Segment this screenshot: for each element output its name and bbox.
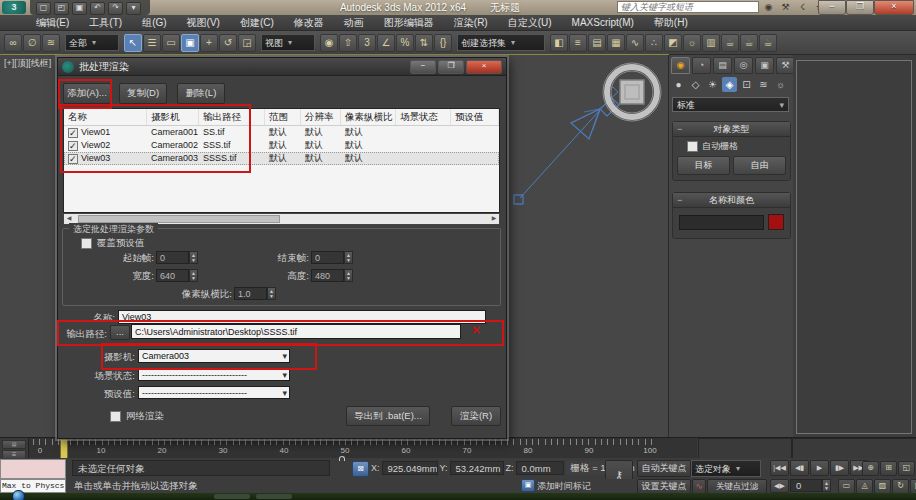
toolbar-icon[interactable]: ↺ (219, 34, 237, 52)
key-filters-button[interactable]: 关键点过滤器... (707, 479, 767, 494)
object-color-swatch[interactable] (768, 214, 784, 230)
menu-item[interactable]: 修改器 (284, 15, 334, 31)
set-key-button[interactable]: 设置关键点 (637, 479, 691, 494)
nav-icon[interactable]: ◬ (856, 479, 873, 494)
nav-icon[interactable]: ◱ (898, 461, 915, 476)
qat-icon[interactable]: ↶ (90, 2, 105, 15)
pixel-aspect-spinner[interactable] (267, 287, 276, 300)
nav-icon[interactable]: ⊕ (862, 461, 879, 476)
toolbar-icon[interactable]: ⇅ (415, 34, 433, 52)
open-mini-curve-editor-icon[interactable]: ▤ (2, 440, 26, 449)
toolbar-icon[interactable]: ∿ (626, 34, 644, 52)
table-row[interactable]: View03 Camera003 SSSS.tif 默认 默认 默认 (64, 152, 499, 165)
width-field[interactable]: 640 (156, 269, 189, 282)
toolbar-icon[interactable]: ☰ (143, 34, 161, 52)
height-spinner[interactable] (344, 269, 353, 282)
menu-item[interactable]: 图形编辑器 (374, 15, 444, 31)
toolbar-icon[interactable]: {} (434, 34, 452, 52)
panel-tab-icon[interactable]: ◎ (734, 57, 753, 74)
toolbar-icon[interactable]: ↖ (124, 34, 142, 52)
category-icon[interactable]: ◈ (722, 77, 737, 92)
object-name-field[interactable] (679, 215, 764, 230)
search-input[interactable] (617, 1, 759, 13)
column-header[interactable]: 摄影机 (147, 109, 199, 125)
key-mode-toggle-icon[interactable]: ◀▶ (770, 479, 789, 493)
table-header[interactable]: 名称摄影机输出路径范围分辨率像素纵横比场景状态预设值 (64, 109, 499, 126)
browse-output-button[interactable]: ... (110, 325, 130, 340)
scroll-left-arrow-icon[interactable]: ◀ (64, 214, 74, 222)
toolbar-icon[interactable]: ◧ (550, 34, 568, 52)
nav-icon[interactable]: ↻ (892, 479, 909, 494)
render-button[interactable]: 渲染(R) (451, 406, 501, 426)
toolbar-icon[interactable]: ◉ (320, 34, 338, 52)
dialog-minimize-button[interactable]: − (410, 60, 436, 74)
start-button[interactable] (12, 490, 25, 500)
viewcube[interactable] (603, 63, 661, 121)
panel-tab-icon[interactable]: ▤ (713, 57, 732, 74)
category-icon[interactable]: ☀ (705, 77, 720, 92)
toolbar-icon[interactable]: ☕ (721, 34, 739, 52)
end-frame-field[interactable]: 0 (311, 251, 344, 264)
toolbar-icon[interactable]: ◲ (238, 34, 256, 52)
column-header[interactable]: 分辨率 (301, 109, 341, 125)
menu-item[interactable]: 自定义(U) (498, 15, 562, 31)
menu-item[interactable]: 创建(C) (230, 15, 284, 31)
add-time-tag-label[interactable]: 添加时间标记 (537, 480, 591, 493)
target-camera-button[interactable]: 目标 (677, 156, 730, 175)
category-icon[interactable]: ☼ (773, 77, 788, 92)
toolbar-icon[interactable]: ≋ (42, 34, 60, 52)
x-coordinate-field[interactable]: 925.049mm (382, 461, 438, 475)
height-field[interactable]: 480 (311, 269, 344, 282)
toolbar-icon[interactable]: % (396, 34, 414, 52)
table-row[interactable]: View02 Camera002 SSS.tif 默认 默认 默认 (64, 139, 499, 152)
current-frame-field[interactable]: 0 (790, 479, 822, 492)
category-icon[interactable]: ≋ (756, 77, 771, 92)
clear-output-icon[interactable]: × (467, 323, 485, 339)
toolbar-icon[interactable]: 3 (358, 34, 376, 52)
column-header[interactable]: 范围 (265, 109, 301, 125)
menu-item[interactable]: 编辑(E) (26, 15, 79, 31)
named-selection-set-dropdown[interactable]: 创建选择集 (457, 34, 545, 51)
row-enabled-checkbox[interactable] (68, 154, 78, 164)
override-preset-checkbox[interactable] (81, 238, 92, 249)
qat-icon[interactable]: ◰ (54, 2, 69, 15)
toolbar-icon[interactable]: ▣ (181, 34, 199, 52)
toolbar-icon[interactable]: ▤ (588, 34, 606, 52)
selection-filter-dropdown[interactable]: 全部 (65, 34, 119, 51)
toolbar-icon[interactable]: ⇧ (339, 34, 357, 52)
playback-button[interactable]: ▮▶ (830, 460, 849, 476)
column-header[interactable]: 预设值 (451, 109, 499, 125)
current-frame-spinner[interactable] (822, 479, 831, 492)
row-enabled-checkbox[interactable] (68, 141, 78, 151)
qat-icon[interactable]: ▢ (36, 2, 51, 15)
scene-state-dropdown[interactable]: ----------------------------------- (138, 368, 290, 381)
dialog-title-bar[interactable]: 批处理渲染 − ❐ × (58, 58, 506, 76)
end-frame-spinner[interactable] (344, 251, 353, 264)
output-path-field[interactable]: C:\Users\Administrator\Desktop\SSSS.tif (131, 324, 461, 339)
toolbar-icon[interactable]: ∴ (645, 34, 663, 52)
column-header[interactable]: 场景状态 (396, 109, 451, 125)
time-slider-handle[interactable] (60, 439, 68, 459)
scroll-right-arrow-icon[interactable]: ▶ (489, 214, 499, 222)
viewport-label[interactable]: [+][顶][线框] (4, 57, 51, 70)
qat-icon[interactable]: ▣ (72, 2, 87, 15)
autogrid-checkbox[interactable] (687, 141, 698, 152)
column-header[interactable]: 名称 (64, 109, 147, 125)
playback-button[interactable]: ▶ (810, 460, 829, 476)
scrollbar-thumb[interactable] (78, 215, 280, 223)
toolbar-icon[interactable]: ☕ (759, 34, 777, 52)
duplicate-button[interactable]: 复制(D) (119, 83, 167, 104)
column-header[interactable]: 像素纵横比 (341, 109, 396, 125)
infocenter-icon[interactable]: ☇ (796, 1, 809, 13)
taskbar-item[interactable] (214, 494, 250, 499)
playback-button[interactable]: |◀◀ (770, 460, 789, 476)
menu-item[interactable]: 工具(T) (79, 15, 132, 31)
macro-recorder-pane[interactable] (0, 459, 66, 479)
panel-tab-icon[interactable]: ▣ (755, 57, 774, 74)
view-name-field[interactable]: View03 (118, 310, 486, 324)
toolbar-icon[interactable]: ∞ (4, 34, 22, 52)
menu-item[interactable]: 视图(V) (177, 15, 230, 31)
menu-item[interactable]: 组(G) (132, 15, 176, 31)
add-button[interactable]: 添加(A)... (63, 83, 111, 104)
app-logo-icon[interactable]: 3 (2, 1, 26, 14)
